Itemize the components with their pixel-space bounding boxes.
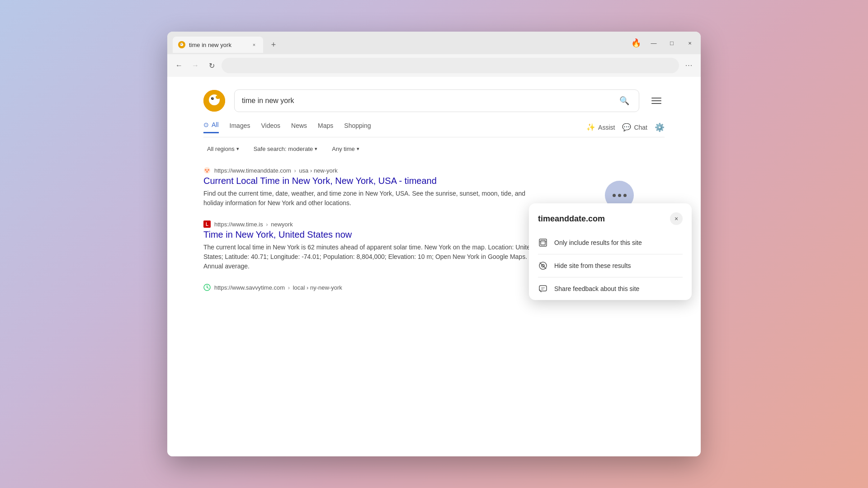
flame-icon: 🔥	[631, 38, 641, 48]
result-title-2[interactable]: Time in New York, United States now	[203, 230, 542, 240]
result-domain-2: https://www.time.is › newyork	[214, 221, 293, 228]
tab-videos-label: Videos	[261, 122, 280, 129]
popup-header: timeanddate.com ×	[529, 203, 692, 231]
svg-point-15	[207, 287, 208, 288]
search-header: time in new york 🔍	[203, 89, 665, 112]
include-site-icon	[538, 238, 548, 248]
chat-label: Chat	[634, 124, 647, 131]
popup-close-button[interactable]: ×	[670, 212, 683, 225]
region-filter-arrow: ▾	[236, 146, 239, 152]
result-title-1[interactable]: Current Local Time in New York, New York…	[203, 176, 542, 186]
minimize-button[interactable]: —	[648, 38, 659, 48]
popup-feedback-label: Share feedback about this site	[554, 285, 639, 292]
tab-favicon	[178, 41, 185, 48]
svg-point-9	[217, 96, 218, 98]
title-bar: time in new york × + 🔥 — □ ×	[167, 32, 701, 54]
result-domain-3: https://www.savvytime.com › local › ny-n…	[214, 284, 342, 291]
search-query-text: time in new york	[242, 97, 294, 105]
safe-search-label: Safe search: moderate	[254, 145, 313, 152]
close-button[interactable]: ×	[684, 38, 695, 48]
svg-rect-17	[541, 240, 545, 245]
result-domain-1: https://www.timeanddate.com › usa › new-…	[214, 167, 338, 174]
timeis-favicon: L	[203, 221, 211, 228]
settings-button[interactable]: ⚙️	[655, 122, 665, 132]
region-filter[interactable]: All regions ▾	[203, 144, 243, 154]
svg-point-12	[208, 169, 209, 171]
reload-button[interactable]: ↻	[205, 59, 218, 72]
forward-button[interactable]: →	[189, 59, 202, 72]
back-button[interactable]: ←	[173, 59, 185, 72]
safe-search-arrow: ▾	[315, 146, 317, 152]
tabs-right: ✨ Assist 💬 Chat ⚙️	[586, 122, 665, 132]
safe-search-filter[interactable]: Safe search: moderate ▾	[250, 144, 321, 154]
tab-images[interactable]: Images	[230, 122, 250, 133]
savvytime-favicon	[203, 284, 211, 291]
time-filter[interactable]: Any time ▾	[328, 144, 363, 154]
browser-window: time in new york × + 🔥 — □ × ← → ↻ ···	[167, 32, 701, 456]
region-filter-label: All regions	[207, 145, 235, 152]
svg-point-11	[205, 169, 207, 171]
all-tab-icon: ⊙	[203, 121, 209, 128]
assist-button[interactable]: ✨ Assist	[586, 123, 615, 131]
content-area: time in new york 🔍 ⊙ All Images	[167, 77, 701, 456]
tab-shopping[interactable]: Shopping	[344, 122, 371, 133]
chat-button[interactable]: 💬 Chat	[622, 123, 647, 131]
popup-domain-name: timeanddate.com	[538, 214, 605, 224]
svg-point-7	[212, 98, 213, 99]
three-dots-icon	[613, 194, 627, 197]
address-bar[interactable]	[222, 58, 679, 73]
tab-images-label: Images	[230, 122, 250, 129]
tab-close-btn[interactable]: ×	[250, 41, 258, 48]
browser-more-button[interactable]: ···	[683, 59, 695, 72]
window-controls: 🔥 — □ ×	[631, 38, 695, 52]
new-tab-button[interactable]: +	[267, 38, 280, 52]
hide-site-icon	[538, 261, 548, 271]
popup-include-site-label: Only include results for this site	[554, 239, 642, 246]
popup-hide-site-option[interactable]: Hide site from these results	[529, 254, 692, 277]
svg-line-21	[540, 263, 546, 269]
search-submit-button[interactable]: 🔍	[617, 94, 632, 108]
ddg-logo	[203, 90, 225, 112]
tab-news-label: News	[291, 122, 307, 129]
popup-hide-site-label: Hide site from these results	[554, 262, 631, 269]
search-page: time in new york 🔍 ⊙ All Images	[167, 77, 701, 316]
result-item: https://www.timeanddate.com › usa › new-…	[203, 167, 665, 208]
svg-rect-22	[539, 286, 547, 291]
tab-videos[interactable]: Videos	[261, 122, 280, 133]
svg-point-1	[180, 43, 184, 46]
assist-icon: ✨	[586, 123, 595, 131]
feedback-icon	[538, 284, 548, 294]
tab-title: time in new york	[189, 42, 247, 48]
search-box[interactable]: time in new york 🔍	[234, 89, 639, 112]
menu-line-1	[651, 98, 661, 99]
browser-tab[interactable]: time in new york ×	[173, 37, 263, 53]
tab-shopping-label: Shopping	[344, 122, 371, 129]
tab-news[interactable]: News	[291, 122, 307, 133]
time-filter-label: Any time	[332, 145, 355, 152]
site-options-popup: timeanddate.com × Only include results f…	[529, 203, 692, 300]
tab-all[interactable]: ⊙ All	[203, 121, 219, 133]
time-filter-arrow: ▾	[357, 146, 359, 152]
tab-maps-label: Maps	[318, 122, 333, 129]
menu-line-2	[651, 100, 661, 101]
assist-label: Assist	[598, 124, 615, 131]
chat-icon: 💬	[622, 123, 631, 131]
svg-point-3	[182, 43, 184, 44]
svg-point-2	[181, 44, 182, 45]
filters-row: All regions ▾ Safe search: moderate ▾ An…	[203, 144, 665, 154]
result-snippet-2: The current local time in New York is 62…	[203, 243, 542, 271]
hamburger-menu-button[interactable]	[648, 93, 665, 109]
popup-include-site-option[interactable]: Only include results for this site	[529, 231, 692, 254]
result-url-row: https://www.timeanddate.com › usa › new-…	[203, 167, 665, 174]
search-tabs: ⊙ All Images Videos News Maps Shopping	[203, 121, 665, 137]
svg-point-6	[211, 97, 214, 100]
result-snippet-1: Find out the current time, date, weather…	[203, 189, 542, 208]
tab-all-label: All	[212, 121, 219, 128]
svg-point-13	[206, 171, 208, 173]
maximize-button[interactable]: □	[666, 38, 677, 48]
popup-feedback-option[interactable]: Share feedback about this site	[529, 277, 692, 300]
tab-maps[interactable]: Maps	[318, 122, 333, 133]
nav-bar: ← → ↻ ···	[167, 54, 701, 77]
menu-line-3	[651, 103, 661, 104]
timeanddate-favicon	[203, 167, 211, 174]
